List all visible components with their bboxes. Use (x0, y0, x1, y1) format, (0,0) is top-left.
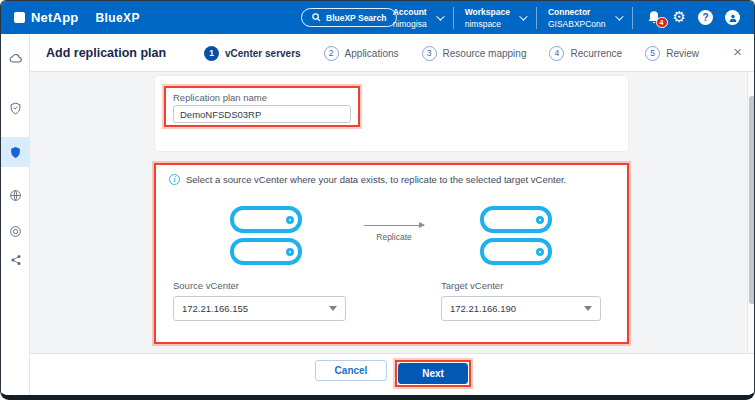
source-vcenter-select[interactable]: 172.21.166.155 (173, 296, 346, 321)
step-resource-mapping[interactable]: 3 Resource mapping (422, 46, 527, 61)
top-header: NetApp BlueXP BlueXP Search Account nimo… (1, 1, 754, 34)
connector-value: GISABXPConn (548, 19, 606, 29)
plan-name-input[interactable] (173, 105, 351, 123)
workspace-menu[interactable]: Workspace nimspace (465, 7, 525, 29)
divider (632, 7, 633, 29)
step-review[interactable]: 5 Review (645, 46, 699, 61)
wizard-stepper: 1 vCenter servers 2 Applications 3 Resou… (204, 34, 699, 72)
bluexp-search[interactable]: BlueXP Search (301, 8, 397, 27)
wizard-header: Add replication plan 1 vCenter servers 2… (30, 34, 755, 72)
left-nav-rail (1, 34, 30, 396)
step-number: 5 (645, 46, 660, 61)
plan-name-label: Replication plan name (173, 92, 358, 103)
arrow-right-icon (364, 225, 424, 226)
step-label: Applications (345, 48, 399, 59)
search-label: BlueXP Search (326, 13, 386, 23)
account-menu[interactable]: Account nimogisa (393, 7, 442, 29)
dropdown-caret-icon (329, 306, 337, 311)
nav-mobility-globe-icon[interactable] (1, 180, 30, 210)
dropdown-caret-icon (584, 306, 592, 311)
divider (536, 7, 537, 29)
scrollbar-track (747, 72, 755, 353)
account-label: Account (393, 7, 427, 17)
source-vcenter-label: Source vCenter (173, 280, 346, 291)
netapp-logo-icon (14, 12, 25, 23)
help-icon[interactable]: ? (698, 10, 713, 25)
server-icon (230, 206, 302, 233)
brand-bluexp: BlueXP (95, 11, 139, 25)
cancel-button[interactable]: Cancel (315, 360, 387, 381)
step-number: 4 (549, 46, 564, 61)
step-recurrence[interactable]: 4 Recurrence (549, 46, 622, 61)
nav-extensions-share-icon[interactable] (1, 245, 30, 275)
info-message: i Select a source vCenter where your dat… (169, 174, 566, 185)
server-icon (230, 238, 302, 265)
header-icons: 4 ⚙ ? (647, 10, 740, 25)
step-label: Recurrence (570, 48, 622, 59)
connector-label: Connector (548, 7, 606, 17)
brand-netapp: NetApp (31, 10, 78, 25)
info-text: Select a source vCenter where your data … (186, 174, 566, 185)
search-icon (312, 13, 321, 22)
settings-gear-icon[interactable]: ⚙ (673, 10, 686, 25)
replicate-arrow: Replicate (363, 225, 425, 242)
step-number: 2 (324, 46, 339, 61)
replicate-label: Replicate (363, 232, 425, 242)
divider (453, 7, 454, 29)
notification-count-badge: 4 (656, 17, 668, 28)
vcenter-selection-card: i Select a source vCenter where your dat… (154, 163, 629, 344)
header-right: Account nimogisa Workspace nimspace Conn… (393, 1, 740, 34)
nav-protection-shield-icon[interactable] (1, 137, 30, 167)
step-applications[interactable]: 2 Applications (324, 46, 399, 61)
source-servers-icon (230, 206, 302, 265)
chevron-down-icon (519, 12, 527, 20)
info-icon: i (169, 174, 180, 185)
workspace-value: nimspace (465, 19, 510, 29)
nav-storage-cloud-icon[interactable] (1, 44, 30, 74)
server-icon (480, 206, 552, 233)
notifications-bell-icon[interactable]: 4 (647, 10, 661, 25)
step-number: 3 (422, 46, 437, 61)
wizard-footer: Cancel Next (30, 353, 755, 396)
source-vcenter-value: 172.21.166.155 (182, 303, 248, 314)
account-value: nimogisa (393, 19, 427, 29)
annotation-box-next: Next (395, 360, 471, 387)
target-vcenter-label: Target vCenter (441, 280, 601, 291)
scrollbar-thumb[interactable] (749, 96, 755, 304)
step-number: 1 (204, 46, 219, 61)
user-avatar-icon[interactable] (725, 10, 740, 25)
app-window: NetApp BlueXP BlueXP Search Account nimo… (0, 0, 755, 400)
step-label: Resource mapping (443, 48, 527, 59)
target-vcenter-group: Target vCenter 172.21.166.190 (441, 280, 601, 321)
target-vcenter-select[interactable]: 172.21.166.190 (441, 296, 601, 321)
target-servers-icon (480, 206, 552, 265)
wizard-content: Replication plan name i Select a source … (30, 72, 755, 353)
chevron-down-icon (436, 12, 444, 20)
server-icon (480, 238, 552, 265)
target-vcenter-value: 172.21.166.190 (450, 303, 516, 314)
workspace-label: Workspace (465, 7, 510, 17)
nav-governance-target-icon[interactable] (1, 216, 30, 246)
step-label: vCenter servers (225, 48, 301, 59)
source-vcenter-group: Source vCenter 172.21.166.155 (173, 280, 346, 321)
step-label: Review (666, 48, 699, 59)
page-title: Add replication plan (46, 46, 166, 60)
chevron-down-icon (615, 12, 623, 20)
annotation-box-plan-name: Replication plan name (164, 86, 360, 127)
plan-name-card: Replication plan name (154, 75, 629, 152)
close-icon[interactable]: × (733, 43, 742, 61)
connector-menu[interactable]: Connector GISABXPConn (548, 7, 621, 29)
brand: NetApp BlueXP (14, 10, 140, 25)
nav-health-shield-icon[interactable] (1, 93, 30, 123)
step-vcenter-servers[interactable]: 1 vCenter servers (204, 46, 301, 61)
next-button[interactable]: Next (398, 363, 468, 384)
